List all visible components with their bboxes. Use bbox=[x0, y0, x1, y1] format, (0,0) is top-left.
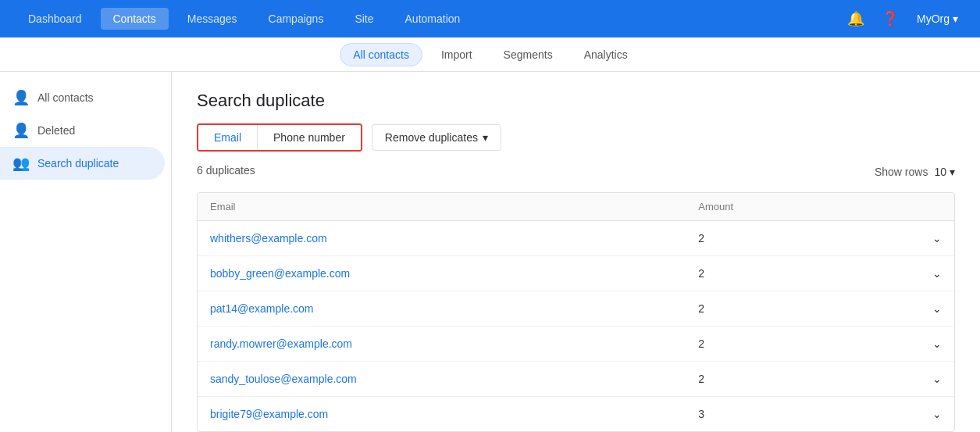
chevron-down-icon: ▾ bbox=[950, 166, 955, 178]
table-row: randy.mowrer@example.com 2 ⌄ bbox=[198, 327, 954, 362]
show-rows-label: Show rows bbox=[875, 166, 928, 178]
notification-bell-icon[interactable]: 🔔 bbox=[842, 5, 870, 33]
sidebar-label-deleted: Deleted bbox=[37, 124, 75, 137]
tab-email[interactable]: Email bbox=[198, 125, 258, 150]
main-layout: 👤 All contacts 👤 Deleted 👥 Search duplic… bbox=[0, 72, 980, 432]
expand-row-button[interactable]: ⌄ bbox=[857, 362, 954, 397]
cell-amount: 2 bbox=[686, 327, 857, 362]
cell-amount: 2 bbox=[686, 291, 857, 327]
tab-phone-number[interactable]: Phone number bbox=[258, 125, 361, 150]
tab-group: Email Phone number bbox=[197, 123, 362, 152]
sidebar-label-all-contacts: All contacts bbox=[37, 91, 94, 104]
sidebar-item-search-duplicate[interactable]: 👥 Search duplicate bbox=[0, 147, 165, 180]
nav-automation[interactable]: Automation bbox=[393, 8, 473, 30]
data-table: Email Amount whithers@example.com 2 ⌄ bo… bbox=[198, 193, 954, 431]
top-nav: Dashboard Contacts Messages Campaigns Si… bbox=[0, 0, 980, 37]
col-amount: Amount bbox=[686, 193, 857, 221]
sub-nav-segments[interactable]: Segments bbox=[491, 44, 565, 66]
help-icon[interactable]: ❓ bbox=[876, 5, 904, 33]
table-row: bobby_green@example.com 2 ⌄ bbox=[198, 256, 954, 291]
cell-amount: 3 bbox=[686, 397, 857, 432]
cell-email: pat14@example.com bbox=[198, 291, 686, 327]
tab-container: Email Phone number Remove duplicates ▾ bbox=[197, 123, 955, 152]
sub-nav-all-contacts[interactable]: All contacts bbox=[340, 43, 422, 66]
email-value[interactable]: pat14@example.com bbox=[210, 302, 314, 315]
expand-row-button[interactable]: ⌄ bbox=[857, 221, 954, 256]
nav-dashboard[interactable]: Dashboard bbox=[16, 8, 94, 30]
top-nav-items: Dashboard Contacts Messages Campaigns Si… bbox=[16, 8, 472, 30]
sidebar-item-all-contacts[interactable]: 👤 All contacts bbox=[0, 81, 165, 114]
controls-row: 6 duplicates Show rows 10 ▾ bbox=[197, 164, 955, 186]
expand-row-button[interactable]: ⌄ bbox=[857, 291, 954, 327]
cell-email: brigite79@example.com bbox=[198, 397, 686, 432]
nav-campaigns[interactable]: Campaigns bbox=[256, 8, 337, 30]
sub-nav-import[interactable]: Import bbox=[429, 44, 485, 66]
email-value[interactable]: brigite79@example.com bbox=[210, 408, 328, 420]
cell-email: randy.mowrer@example.com bbox=[198, 327, 686, 362]
top-nav-right: 🔔 ❓ MyOrg ▾ bbox=[842, 5, 964, 33]
cell-email: bobby_green@example.com bbox=[198, 256, 686, 291]
expand-row-button[interactable]: ⌄ bbox=[857, 256, 954, 291]
sub-nav: All contacts Import Segments Analytics bbox=[0, 37, 980, 72]
duplicates-count: 6 duplicates bbox=[197, 164, 255, 177]
cell-amount: 2 bbox=[686, 362, 857, 397]
nav-site[interactable]: Site bbox=[342, 8, 386, 30]
data-table-wrapper: Email Amount whithers@example.com 2 ⌄ bo… bbox=[197, 192, 955, 432]
remove-duplicates-label: Remove duplicates bbox=[385, 131, 478, 144]
table-header-row: Email Amount bbox=[198, 193, 954, 221]
show-rows-control: Show rows 10 ▾ bbox=[875, 166, 955, 178]
email-value[interactable]: bobby_green@example.com bbox=[210, 267, 350, 280]
cell-email: sandy_toulose@example.com bbox=[198, 362, 686, 397]
col-actions bbox=[857, 193, 954, 221]
table-row: brigite79@example.com 3 ⌄ bbox=[198, 397, 954, 432]
remove-duplicates-button[interactable]: Remove duplicates ▾ bbox=[372, 124, 501, 151]
cell-amount: 2 bbox=[686, 221, 857, 256]
email-value[interactable]: sandy_toulose@example.com bbox=[210, 373, 357, 385]
main-content: Search duplicate Email Phone number Remo… bbox=[172, 72, 980, 432]
table-row: sandy_toulose@example.com 2 ⌄ bbox=[198, 362, 954, 397]
email-value[interactable]: randy.mowrer@example.com bbox=[210, 337, 352, 350]
org-name: MyOrg bbox=[917, 12, 950, 25]
org-selector[interactable]: MyOrg ▾ bbox=[911, 8, 964, 30]
cell-email: whithers@example.com bbox=[198, 221, 686, 256]
page-title: Search duplicate bbox=[197, 91, 955, 111]
table-row: whithers@example.com 2 ⌄ bbox=[198, 221, 954, 256]
people-icon: 👥 bbox=[12, 155, 30, 172]
show-rows-value: 10 bbox=[934, 166, 946, 178]
col-email: Email bbox=[198, 193, 686, 221]
email-value[interactable]: whithers@example.com bbox=[210, 232, 327, 245]
sidebar-label-search-duplicate: Search duplicate bbox=[37, 157, 119, 170]
nav-contacts[interactable]: Contacts bbox=[101, 8, 169, 30]
sidebar-item-deleted[interactable]: 👤 Deleted bbox=[0, 114, 165, 147]
sidebar: 👤 All contacts 👤 Deleted 👥 Search duplic… bbox=[0, 72, 172, 432]
expand-row-button[interactable]: ⌄ bbox=[857, 327, 954, 362]
chevron-down-icon: ▾ bbox=[483, 131, 488, 144]
person-icon: 👤 bbox=[12, 89, 30, 106]
expand-row-button[interactable]: ⌄ bbox=[857, 397, 954, 432]
table-row: pat14@example.com 2 ⌄ bbox=[198, 291, 954, 327]
cell-amount: 2 bbox=[686, 256, 857, 291]
show-rows-select[interactable]: 10 ▾ bbox=[934, 166, 955, 178]
chevron-down-icon: ▾ bbox=[953, 12, 958, 25]
person-x-icon: 👤 bbox=[12, 122, 30, 139]
nav-messages[interactable]: Messages bbox=[175, 8, 250, 30]
sub-nav-analytics[interactable]: Analytics bbox=[572, 44, 640, 66]
